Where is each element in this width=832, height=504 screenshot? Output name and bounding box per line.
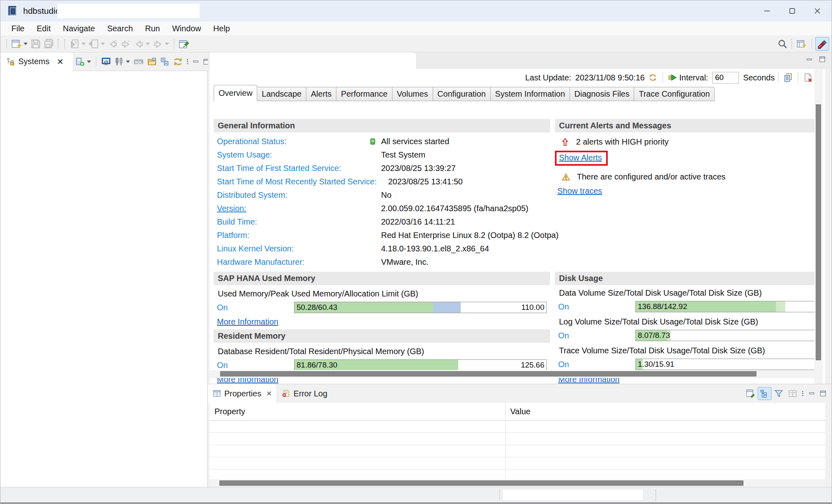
search-button[interactable] bbox=[776, 37, 789, 51]
system-monitor-icon bbox=[101, 57, 111, 67]
data-volume-bar: 136.88/142.92 bbox=[635, 301, 820, 312]
properties-tab-close-icon[interactable]: ✕ bbox=[266, 389, 272, 398]
refresh-button[interactable] bbox=[646, 71, 659, 84]
forward-to-next-edit-button[interactable] bbox=[119, 37, 132, 51]
trace-volume-on-link[interactable]: On bbox=[555, 360, 635, 369]
tab-diagnosis-files[interactable]: Diagnosis Files bbox=[570, 87, 635, 101]
sql-console-button[interactable]: SQL bbox=[132, 55, 145, 68]
add-system-dropdown[interactable] bbox=[87, 61, 91, 63]
window-maximize-button[interactable] bbox=[780, 2, 805, 20]
forward-edit-icon bbox=[121, 39, 131, 49]
properties-horizontal-scrollbar[interactable] bbox=[210, 479, 825, 487]
forward-button[interactable] bbox=[152, 37, 165, 51]
systems-tree-area[interactable] bbox=[0, 71, 208, 488]
show-alerts-link[interactable]: Show Alerts bbox=[559, 153, 602, 162]
auto-refresh-toggle[interactable] bbox=[666, 71, 679, 84]
new-wizard-button[interactable] bbox=[10, 37, 23, 51]
back-dropdown[interactable] bbox=[146, 43, 150, 45]
menu-navigate[interactable]: Navigate bbox=[57, 22, 101, 35]
window-close-button[interactable] bbox=[805, 2, 830, 20]
system-monitor-button[interactable] bbox=[100, 55, 113, 68]
used-memory-on-link[interactable]: On bbox=[214, 303, 294, 312]
tab-overview[interactable]: Overview bbox=[214, 85, 257, 101]
editor-horizontal-scrollbar-thumb[interactable] bbox=[220, 371, 756, 376]
add-system-button[interactable] bbox=[74, 55, 87, 68]
interval-input[interactable] bbox=[712, 72, 739, 84]
properties-view-menu-button[interactable]: ⁝ bbox=[800, 387, 806, 400]
version-link[interactable]: Version: bbox=[214, 204, 370, 213]
administration-console-perspective-button[interactable] bbox=[815, 37, 829, 51]
systems-tab-close-icon[interactable]: ✕ bbox=[57, 57, 64, 67]
resident-memory-on-link[interactable]: On bbox=[214, 361, 294, 370]
menu-run[interactable]: Run bbox=[139, 22, 166, 35]
copy-button[interactable] bbox=[782, 71, 795, 84]
show-categories-toggle[interactable] bbox=[758, 387, 771, 400]
view-menu-button[interactable]: ⁝ bbox=[184, 55, 190, 68]
editor-vertical-scrollbar-thumb[interactable] bbox=[816, 104, 821, 360]
new-wizard-dropdown[interactable] bbox=[24, 43, 28, 45]
info-row: Linux Kernel Version:4.18.0-193.90.1.el8… bbox=[214, 242, 550, 255]
properties-maximize-button[interactable] bbox=[818, 387, 828, 400]
tab-configuration[interactable]: Configuration bbox=[433, 87, 491, 101]
link-with-editor-button[interactable] bbox=[171, 55, 184, 68]
tab-system-information[interactable]: System Information bbox=[491, 87, 570, 101]
last-update-label: Last Update: bbox=[525, 73, 571, 82]
back-button[interactable] bbox=[132, 37, 145, 51]
pin-editor-button[interactable] bbox=[178, 37, 191, 51]
show-advanced-button[interactable] bbox=[786, 387, 799, 400]
tab-volumes[interactable]: Volumes bbox=[392, 87, 433, 101]
log-volume-bar-value: 8.07/8.73 bbox=[638, 331, 670, 340]
forward-dropdown[interactable] bbox=[165, 43, 169, 45]
open-perspective-button[interactable] bbox=[795, 37, 808, 51]
menu-file[interactable]: File bbox=[5, 22, 30, 35]
menu-help[interactable]: Help bbox=[207, 22, 236, 35]
minimize-icon bbox=[763, 7, 771, 15]
editor-vertical-scrollbar[interactable] bbox=[815, 69, 823, 384]
status-bar-grip[interactable] bbox=[655, 490, 656, 500]
editor-tab-active[interactable] bbox=[210, 52, 417, 69]
open-perspective-icon bbox=[797, 39, 807, 49]
administration-dropdown[interactable] bbox=[126, 61, 130, 63]
tab-error-log[interactable]: Error Log bbox=[277, 384, 332, 403]
properties-horizontal-scrollbar-thumb[interactable] bbox=[219, 480, 743, 486]
save-all-button[interactable] bbox=[42, 37, 55, 51]
window-minimize-button[interactable] bbox=[754, 2, 780, 20]
info-value: 2023/08/25 13:41:50 bbox=[388, 177, 463, 186]
next-annotation-dropdown[interactable] bbox=[101, 43, 105, 45]
open-folder-button[interactable] bbox=[145, 55, 158, 68]
remove-button[interactable] bbox=[802, 71, 815, 84]
skip-breakpoints-button[interactable] bbox=[68, 37, 81, 51]
tab-properties[interactable]: Properties ✕ bbox=[208, 384, 277, 403]
menu-window[interactable]: Window bbox=[166, 22, 207, 35]
editor-horizontal-scrollbar[interactable] bbox=[210, 370, 815, 378]
collapse-all-button[interactable] bbox=[158, 55, 171, 68]
info-label: Linux Kernel Version: bbox=[214, 244, 370, 253]
used-memory-more-information-link[interactable]: More Information bbox=[217, 317, 278, 326]
tab-alerts[interactable]: Alerts bbox=[306, 87, 336, 101]
main-toolbar bbox=[0, 35, 832, 52]
refresh-bar-separator bbox=[778, 72, 778, 83]
data-volume-on-link[interactable]: On bbox=[555, 302, 635, 311]
filter-button[interactable] bbox=[772, 387, 785, 400]
editor-maximize-icon[interactable] bbox=[819, 56, 826, 63]
menu-edit[interactable]: Edit bbox=[30, 22, 56, 35]
back-to-last-edit-button[interactable] bbox=[106, 37, 119, 51]
log-volume-on-link[interactable]: On bbox=[555, 331, 635, 340]
info-row: Distributed System:No bbox=[214, 188, 550, 202]
editor-minimize-icon[interactable] bbox=[806, 56, 813, 63]
tab-systems[interactable]: Systems ✕ bbox=[0, 52, 74, 71]
status-message-area bbox=[502, 489, 644, 501]
next-annotation-button[interactable] bbox=[87, 37, 100, 51]
show-alerts-annotation-box: Show Alerts bbox=[555, 151, 608, 166]
tab-landscape[interactable]: Landscape bbox=[257, 87, 306, 101]
show-traces-link[interactable]: Show traces bbox=[557, 186, 602, 195]
tab-trace-configuration[interactable]: Trace Configuration bbox=[634, 87, 715, 101]
properties-minimize-button[interactable] bbox=[806, 387, 817, 400]
menu-search[interactable]: Search bbox=[101, 22, 139, 35]
skip-breakpoints-dropdown[interactable] bbox=[82, 43, 86, 45]
save-button[interactable] bbox=[29, 37, 42, 51]
pin-view-button[interactable] bbox=[744, 387, 757, 400]
administration-button[interactable] bbox=[113, 55, 126, 68]
tab-performance[interactable]: Performance bbox=[336, 87, 392, 101]
minimize-view-button[interactable] bbox=[191, 55, 201, 68]
